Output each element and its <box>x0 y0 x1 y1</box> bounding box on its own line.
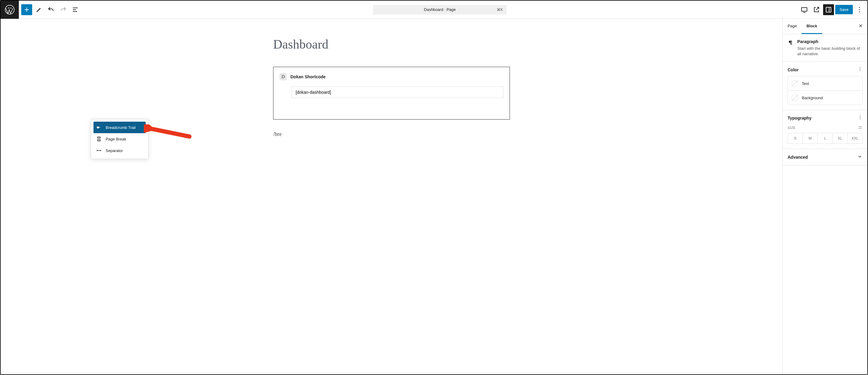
document-title-bar[interactable]: Dashboard · Page ⌘K <box>373 5 506 14</box>
text-color-swatch <box>792 80 798 87</box>
chevron-down-icon <box>857 154 863 160</box>
color-row-label: Text <box>802 81 809 86</box>
document-title: Dashboard · Page <box>424 7 456 12</box>
shortcode-input[interactable] <box>292 87 503 98</box>
sidebar-tabs: Page Block <box>783 19 867 34</box>
block-label: Dokan Shortcode <box>290 74 326 79</box>
size-settings-icon[interactable] <box>858 125 863 130</box>
slash-command-text[interactable]: /bre <box>273 131 510 137</box>
svg-point-3 <box>859 7 860 8</box>
popover-item-page-break[interactable]: Page Break <box>93 133 146 145</box>
svg-point-4 <box>859 9 860 10</box>
dokan-icon: D <box>280 73 287 81</box>
edit-tool-button[interactable] <box>33 4 44 15</box>
svg-point-8 <box>860 68 860 68</box>
topbar-right-tools: Save <box>799 4 867 15</box>
color-panel: Color Text Background <box>783 62 867 110</box>
size-l[interactable]: L <box>817 133 833 144</box>
dokan-shortcode-block[interactable]: D Dokan Shortcode <box>273 67 510 120</box>
wordpress-logo[interactable] <box>1 1 19 19</box>
block-info-description: Start with the basic building block of a… <box>797 46 863 57</box>
svg-point-12 <box>860 117 860 118</box>
add-block-button[interactable] <box>21 4 32 15</box>
size-xl[interactable]: XL <box>833 133 848 144</box>
block-inserter-popover: Breadcrumb Trail Page Break Separator <box>91 119 148 159</box>
separator-icon <box>96 148 102 153</box>
topbar: Dashboard · Page ⌘K Save <box>1 1 867 19</box>
block-info-title: Paragraph <box>797 39 863 44</box>
svg-point-13 <box>860 119 860 119</box>
color-row-label: Background <box>802 96 823 100</box>
font-size-buttons: S M L XL XXL <box>787 133 863 144</box>
size-xxl[interactable]: XXL <box>848 133 862 144</box>
advanced-panel[interactable]: Advanced <box>783 149 867 165</box>
popover-item-label: Separator <box>105 148 123 153</box>
typography-panel-title: Typography <box>787 116 811 120</box>
page-title[interactable]: Dashboard <box>273 37 510 52</box>
color-background-row[interactable]: Background <box>788 90 862 105</box>
svg-rect-7 <box>98 140 100 141</box>
paragraph-icon <box>787 39 794 57</box>
undo-button[interactable] <box>45 4 57 15</box>
svg-point-11 <box>860 116 860 117</box>
popover-item-breadcrumb-trail[interactable]: Breadcrumb Trail <box>93 122 146 133</box>
settings-sidebar-toggle[interactable] <box>823 4 834 15</box>
tab-page[interactable]: Page <box>783 19 802 34</box>
block-info-section: Paragraph Start with the basic building … <box>783 34 867 62</box>
save-button[interactable]: Save <box>835 5 853 14</box>
document-overview-button[interactable] <box>70 4 81 15</box>
svg-rect-6 <box>98 137 100 138</box>
svg-rect-2 <box>826 7 831 12</box>
typography-panel-options-icon[interactable] <box>858 115 863 121</box>
background-color-swatch <box>792 94 798 101</box>
command-shortcut: ⌘K <box>497 8 503 12</box>
external-link-button[interactable] <box>811 4 822 15</box>
svg-point-9 <box>860 69 860 69</box>
annotation-arrow <box>144 124 192 139</box>
size-s[interactable]: S <box>788 133 803 144</box>
color-panel-title: Color <box>787 67 799 72</box>
advanced-panel-title: Advanced <box>787 155 808 160</box>
view-desktop-button[interactable] <box>799 4 810 15</box>
popover-item-label: Page Break <box>105 137 126 142</box>
redo-button[interactable] <box>58 4 69 15</box>
size-label: SIZE <box>787 126 796 130</box>
color-text-row[interactable]: Text <box>788 76 862 90</box>
typography-panel: Typography SIZE S M L XL XXL <box>783 110 867 149</box>
tab-block[interactable]: Block <box>802 19 822 34</box>
color-panel-options-icon[interactable] <box>858 67 863 72</box>
svg-point-5 <box>859 11 860 12</box>
svg-point-10 <box>860 70 860 71</box>
breadcrumb-icon <box>96 125 102 130</box>
svg-rect-1 <box>802 8 807 11</box>
popover-item-label: Breadcrumb Trail <box>105 125 136 130</box>
popover-item-separator[interactable]: Separator <box>93 145 146 156</box>
editor-canvas[interactable]: Dashboard D Dokan Shortcode /bre Breadcr… <box>1 19 782 374</box>
options-menu-button[interactable] <box>854 4 865 15</box>
page-break-icon <box>96 136 102 142</box>
close-sidebar-button[interactable] <box>854 23 867 30</box>
topbar-left-tools <box>19 4 81 15</box>
size-m[interactable]: M <box>803 133 817 144</box>
settings-sidebar: Page Block Paragraph Start with the basi… <box>782 19 867 374</box>
